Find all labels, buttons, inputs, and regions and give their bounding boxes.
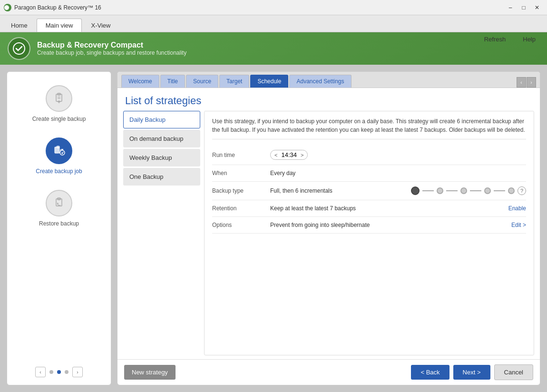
main-content: Create single backup Create backup job	[0, 65, 547, 392]
left-nav-prev[interactable]: ‹	[35, 367, 46, 377]
wizard-footer: New strategy < Back Next > Cancel	[117, 359, 540, 385]
svg-rect-9	[57, 146, 59, 148]
slider-line-1	[422, 190, 434, 191]
wizard-tab-next[interactable]: ›	[527, 77, 536, 88]
slider-line-2	[446, 190, 458, 191]
backup-job-label: Create backup job	[36, 168, 82, 175]
header-text: Backup & Recovery Compact Create backup …	[37, 41, 186, 56]
nav-dot-2	[57, 370, 61, 374]
left-nav: ‹ ›	[35, 367, 83, 377]
wizard-tab-prev[interactable]: ‹	[517, 77, 526, 88]
time-prev-arrow[interactable]: <	[274, 152, 277, 158]
slider-dot-1	[437, 187, 443, 194]
close-button[interactable]: ✕	[531, 3, 543, 12]
when-label: When	[212, 170, 264, 176]
left-item-single-backup[interactable]: Create single backup	[11, 79, 107, 128]
options-value: Prevent from going into sleep/hibernate	[270, 222, 506, 228]
slider-dot-4	[508, 187, 515, 194]
time-next-arrow[interactable]: >	[301, 152, 303, 158]
main-tab-bar: Home Main view X-View	[0, 15, 547, 32]
header-logo	[8, 37, 30, 60]
wizard-tab-nav: ‹ ›	[517, 77, 536, 88]
back-button[interactable]: < Back	[411, 365, 449, 380]
slider-line-3	[470, 190, 481, 191]
slider-dot-2	[460, 187, 467, 194]
strategy-list: Daily Backup On demand backup Weekly Bac…	[123, 111, 204, 355]
time-value: 14:34	[279, 151, 299, 158]
help-icon[interactable]: ?	[518, 186, 526, 195]
maximize-button[interactable]: □	[518, 3, 530, 12]
strategy-weekly[interactable]: Weekly Backup	[123, 149, 200, 167]
single-backup-icon	[46, 85, 72, 112]
retention-enable-link[interactable]: Enable	[508, 205, 526, 212]
header-banner: Backup & Recovery Compact Create backup …	[0, 32, 547, 65]
nav-dot-3	[65, 370, 68, 374]
wizard-title: List of strategies	[117, 88, 540, 111]
title-bar: Paragon Backup & Recovery™ 16 – □ ✕	[0, 0, 547, 15]
strategy-one-backup[interactable]: One Backup	[123, 168, 200, 186]
wizard-tab-title[interactable]: Title	[160, 75, 185, 88]
restore-backup-label: Restore backup	[39, 220, 79, 227]
strategy-daily[interactable]: Daily Backup	[123, 111, 200, 128]
left-nav-next[interactable]: ›	[72, 367, 83, 377]
backup-type-slider[interactable]: ?	[411, 186, 526, 195]
tab-home[interactable]: Home	[2, 19, 37, 32]
backup-type-label: Backup type	[212, 187, 264, 194]
nav-dot-1	[49, 370, 53, 374]
backup-type-value: Full, then 6 incrementals	[270, 187, 405, 194]
left-panel: Create single backup Create backup job	[7, 71, 111, 385]
next-button[interactable]: Next >	[453, 365, 490, 380]
header-title: Backup & Recovery Compact	[37, 41, 186, 49]
left-item-backup-job[interactable]: Create backup job	[11, 132, 107, 180]
options-edit-link[interactable]: Edit >	[511, 222, 526, 228]
detail-when: When Every day	[212, 165, 526, 182]
strategy-on-demand[interactable]: On demand backup	[123, 130, 200, 147]
top-actions: Refresh Help	[477, 30, 547, 48]
strategy-details: Use this strategy, if you intend to back…	[204, 111, 534, 355]
svg-point-10	[60, 150, 65, 155]
detail-retention: Retention Keep at least the latest 7 bac…	[212, 200, 526, 217]
restore-backup-icon	[46, 190, 72, 216]
slider-line-4	[494, 190, 505, 191]
new-strategy-button[interactable]: New strategy	[124, 365, 176, 380]
backup-job-icon	[46, 137, 72, 164]
help-button[interactable]: Help	[515, 34, 543, 45]
strategy-description: Use this strategy, if you intend to back…	[212, 117, 526, 139]
wizard-body: List of strategies Daily Backup On deman…	[117, 88, 540, 385]
retention-label: Retention	[212, 205, 264, 212]
svg-point-0	[4, 5, 9, 10]
slider-dot-0	[411, 186, 420, 195]
app-title: Paragon Backup & Recovery™ 16	[14, 4, 504, 11]
wizard-tab-schedule[interactable]: Schedule	[250, 75, 288, 88]
detail-backup-type: Backup type Full, then 6 incrementals	[212, 182, 526, 200]
wizard-tab-advanced[interactable]: Advanced Settings	[289, 75, 351, 88]
left-item-restore-backup[interactable]: Restore backup	[11, 184, 107, 233]
tab-main-view[interactable]: Main view	[37, 19, 82, 32]
options-label: Options	[212, 222, 264, 228]
detail-run-time: Run time < 14:34 >	[212, 145, 526, 165]
app-icon	[4, 4, 11, 11]
cancel-button[interactable]: Cancel	[494, 364, 533, 380]
minimize-button[interactable]: –	[504, 3, 517, 12]
retention-value: Keep at least the latest 7 backups	[270, 205, 499, 212]
window-controls: – □ ✕	[504, 3, 543, 12]
right-panel: Welcome Title Source Target Schedule Adv…	[117, 71, 540, 385]
header-subtitle: Create backup job, single backups and re…	[37, 49, 186, 56]
tab-x-view[interactable]: X-View	[82, 19, 119, 32]
single-backup-label: Create single backup	[32, 116, 86, 122]
wizard-tab-welcome[interactable]: Welcome	[121, 75, 159, 88]
wizard-tabs: Welcome Title Source Target Schedule Adv…	[117, 72, 540, 88]
wizard-tab-target[interactable]: Target	[219, 75, 249, 88]
wizard-main: Daily Backup On demand backup Weekly Bac…	[117, 111, 540, 359]
svg-point-1	[13, 43, 25, 54]
time-control[interactable]: < 14:34 >	[270, 150, 308, 160]
wizard-tab-source[interactable]: Source	[186, 75, 218, 88]
run-time-label: Run time	[212, 152, 264, 158]
when-value: Every day	[270, 170, 526, 176]
refresh-button[interactable]: Refresh	[477, 34, 514, 45]
slider-dot-3	[484, 187, 491, 194]
detail-options: Options Prevent from going into sleep/hi…	[212, 217, 526, 234]
